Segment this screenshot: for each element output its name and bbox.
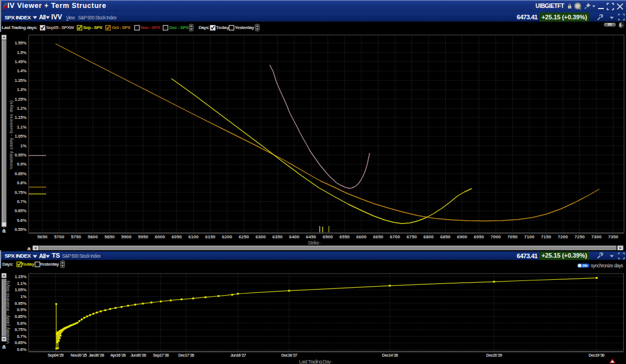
svg-text:6350: 6350 (273, 234, 283, 239)
svg-text:6900: 6900 (457, 234, 467, 239)
svg-text:1.35%: 1.35% (15, 78, 27, 83)
svg-text:1.25%: 1.25% (15, 97, 27, 102)
svg-text:Dec14 '28: Dec14 '28 (382, 353, 398, 358)
svg-text:0.65%: 0.65% (15, 340, 27, 345)
svg-text:7350: 7350 (608, 234, 619, 239)
svg-text:0.8%: 0.8% (17, 180, 27, 185)
svg-text:1.15%: 1.15% (15, 115, 27, 120)
svg-text:1.4%: 1.4% (17, 68, 27, 73)
svg-text:0.75%: 0.75% (15, 327, 27, 332)
svg-text:0.75%: 0.75% (15, 190, 27, 195)
svg-text:6650: 6650 (373, 234, 384, 239)
svg-text:1.5%: 1.5% (17, 50, 27, 55)
svg-text:Last Trading Day ·: Last Trading Day · (299, 359, 332, 364)
svg-text:7050: 7050 (508, 234, 518, 239)
svg-text:0.7%: 0.7% (17, 334, 27, 339)
svg-text:Sep17 '26: Sep17 '26 (153, 353, 169, 358)
svg-text:6800: 6800 (423, 234, 434, 239)
svg-text:0.7%: 0.7% (17, 199, 27, 204)
svg-text:6100: 6100 (188, 234, 199, 239)
svg-text:Jun30 '26: Jun30 '26 (130, 353, 146, 358)
svg-text:1.45%: 1.45% (15, 59, 27, 64)
svg-text:0.85%: 0.85% (15, 314, 27, 319)
svg-text:0.55%: 0.55% (15, 227, 27, 232)
svg-text:a: a (2, 227, 6, 234)
svg-text:Apr16 '26: Apr16 '26 (110, 353, 126, 358)
svg-text:Dec19 '30: Dec19 '30 (588, 353, 604, 358)
svg-text:6400: 6400 (289, 234, 299, 239)
svg-text:1.1%: 1.1% (17, 125, 27, 130)
svg-text:6200: 6200 (222, 234, 232, 239)
svg-text:Sep04 '25: Sep04 '25 (48, 353, 64, 358)
svg-text:Jan30 '26: Jan30 '26 (89, 353, 104, 358)
svg-text:7000: 7000 (491, 234, 501, 239)
svg-text:1.1%: 1.1% (17, 281, 27, 286)
svg-text:1.2%: 1.2% (17, 106, 27, 111)
svg-text:5650: 5650 (38, 234, 48, 239)
svg-text:5950: 5950 (138, 234, 149, 239)
svg-text:6850: 6850 (440, 234, 451, 239)
svg-text:1.05%: 1.05% (15, 287, 27, 292)
svg-text:1.3%: 1.3% (17, 87, 27, 92)
svg-text:7300: 7300 (591, 234, 602, 239)
svg-text:6500: 6500 (323, 234, 333, 239)
svg-text:a: a (2, 343, 6, 350)
svg-text:Strike ·: Strike · (308, 240, 322, 246)
svg-text:1%: 1% (20, 294, 27, 299)
svg-text:Dec20 '29: Dec20 '29 (486, 353, 502, 358)
svg-text:1%: 1% (20, 143, 27, 148)
svg-text:1.55%: 1.55% (15, 40, 27, 46)
svg-text:0.6%: 0.6% (17, 347, 27, 352)
svg-text:6150: 6150 (205, 234, 216, 239)
svg-text:5900: 5900 (121, 234, 131, 239)
svg-text:6550: 6550 (340, 234, 350, 239)
svg-text:5750: 5750 (71, 234, 81, 239)
svg-text:0.65%: 0.65% (15, 208, 27, 213)
svg-text:6750: 6750 (407, 234, 417, 239)
svg-text:6950: 6950 (474, 234, 484, 239)
svg-text:5800: 5800 (88, 234, 98, 239)
svg-text:0.85%: 0.85% (15, 171, 27, 176)
svg-text:0.8%: 0.8% (17, 321, 27, 326)
svg-text:ON: ON (582, 264, 587, 267)
svg-text:5850: 5850 (105, 234, 115, 239)
svg-text:7250: 7250 (575, 234, 585, 239)
svg-text:0.9%: 0.9% (17, 307, 27, 312)
svg-text:6700: 6700 (390, 234, 400, 239)
svg-text:Dec16 '27: Dec16 '27 (281, 353, 297, 358)
svg-text:7100: 7100 (524, 234, 534, 239)
svg-text:Jun16 '27: Jun16 '27 (230, 353, 246, 358)
svg-text:0.6%: 0.6% (17, 218, 27, 223)
svg-text:5700: 5700 (54, 234, 64, 239)
svg-text:1.15%: 1.15% (15, 274, 27, 279)
svg-text:6050: 6050 (172, 234, 182, 239)
svg-text:a: a (27, 245, 31, 251)
svg-text:6000: 6000 (155, 234, 165, 239)
svg-text:Nov20 '25: Nov20 '25 (71, 353, 87, 358)
svg-text:6250: 6250 (239, 234, 249, 239)
svg-text:7150: 7150 (541, 234, 551, 239)
svg-text:6600: 6600 (356, 234, 366, 239)
svg-text:7200: 7200 (558, 234, 568, 239)
svg-text:6450: 6450 (306, 234, 316, 239)
svg-text:Dec17 '26: Dec17 '26 (178, 353, 194, 358)
svg-text:0.95%: 0.95% (15, 152, 27, 158)
svg-text:0.9%: 0.9% (17, 162, 27, 167)
svg-text:Volatility (daily - business d: Volatility (daily - business days) (9, 100, 14, 169)
svg-text:6300: 6300 (256, 234, 266, 239)
svg-text:1.05%: 1.05% (15, 134, 27, 139)
svg-text:0.95%: 0.95% (15, 301, 27, 306)
